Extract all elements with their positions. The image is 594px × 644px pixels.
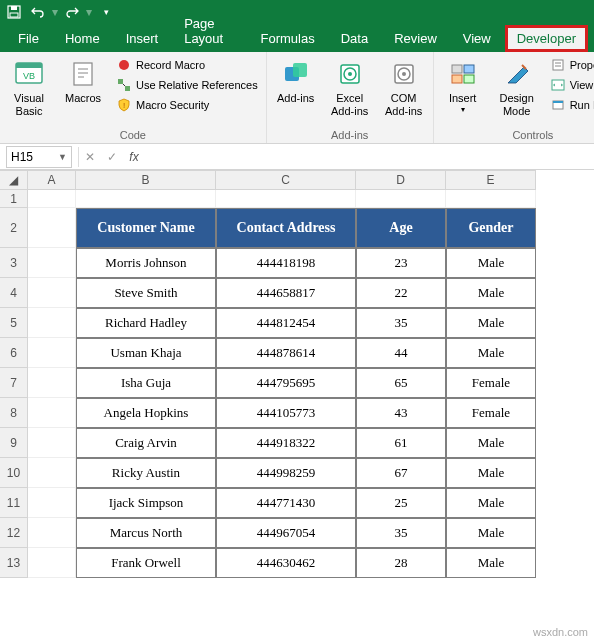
row-header[interactable]: 2 — [0, 208, 28, 248]
table-cell[interactable]: Female — [446, 368, 536, 398]
insert-control-button[interactable]: Insert▾ — [440, 56, 486, 117]
row-header[interactable]: 7 — [0, 368, 28, 398]
com-addins-button[interactable]: COM Add-ins — [381, 56, 427, 120]
table-cell[interactable]: Male — [446, 458, 536, 488]
table-cell[interactable]: Ricky Austin — [76, 458, 216, 488]
tab-home[interactable]: Home — [53, 25, 112, 52]
cell[interactable] — [28, 308, 76, 338]
table-cell[interactable]: Male — [446, 488, 536, 518]
table-cell[interactable]: 444418198 — [216, 248, 356, 278]
table-cell[interactable]: Craig Arvin — [76, 428, 216, 458]
tab-view[interactable]: View — [451, 25, 503, 52]
cell[interactable] — [28, 278, 76, 308]
table-cell[interactable]: 444630462 — [216, 548, 356, 578]
table-cell[interactable]: 444967054 — [216, 518, 356, 548]
tab-review[interactable]: Review — [382, 25, 449, 52]
table-header[interactable]: Contact Address — [216, 208, 356, 248]
cell[interactable] — [28, 518, 76, 548]
table-cell[interactable]: 444105773 — [216, 398, 356, 428]
table-cell[interactable]: 444771430 — [216, 488, 356, 518]
undo-button[interactable] — [28, 2, 48, 22]
table-cell[interactable]: Richard Hadley — [76, 308, 216, 338]
col-header[interactable]: B — [76, 170, 216, 190]
table-cell[interactable]: Angela Hopkins — [76, 398, 216, 428]
insert-function-button[interactable]: fx — [123, 146, 145, 168]
table-cell[interactable]: 65 — [356, 368, 446, 398]
table-cell[interactable]: Frank Orwell — [76, 548, 216, 578]
tab-file[interactable]: File — [6, 25, 51, 52]
table-cell[interactable]: 44 — [356, 338, 446, 368]
table-cell[interactable]: Male — [446, 278, 536, 308]
design-mode-button[interactable]: Design Mode — [494, 56, 540, 120]
table-header[interactable]: Age — [356, 208, 446, 248]
table-header[interactable]: Customer Name — [76, 208, 216, 248]
tab-insert[interactable]: Insert — [114, 25, 171, 52]
run-dialog-button[interactable]: Run Dialog — [548, 96, 594, 114]
table-cell[interactable]: 444918322 — [216, 428, 356, 458]
tab-developer[interactable]: Developer — [505, 25, 588, 52]
row-header[interactable]: 11 — [0, 488, 28, 518]
formula-input[interactable] — [145, 146, 594, 168]
table-cell[interactable]: 61 — [356, 428, 446, 458]
save-button[interactable] — [4, 2, 24, 22]
table-cell[interactable]: 43 — [356, 398, 446, 428]
col-header[interactable]: D — [356, 170, 446, 190]
visual-basic-button[interactable]: VB Visual Basic — [6, 56, 52, 120]
row-header[interactable]: 13 — [0, 548, 28, 578]
cancel-formula-button[interactable]: ✕ — [79, 146, 101, 168]
enter-formula-button[interactable]: ✓ — [101, 146, 123, 168]
row-header[interactable]: 8 — [0, 398, 28, 428]
table-cell[interactable]: 28 — [356, 548, 446, 578]
col-header[interactable]: E — [446, 170, 536, 190]
table-cell[interactable]: Male — [446, 548, 536, 578]
table-cell[interactable]: Morris Johnson — [76, 248, 216, 278]
table-cell[interactable]: Marcus North — [76, 518, 216, 548]
cell[interactable] — [28, 190, 76, 208]
table-cell[interactable]: 444812454 — [216, 308, 356, 338]
row-header[interactable]: 10 — [0, 458, 28, 488]
table-cell[interactable]: 35 — [356, 518, 446, 548]
redo-button[interactable] — [62, 2, 82, 22]
row-header[interactable]: 1 — [0, 190, 28, 208]
table-cell[interactable]: Male — [446, 518, 536, 548]
table-cell[interactable]: Male — [446, 428, 536, 458]
col-header[interactable]: A — [28, 170, 76, 190]
table-cell[interactable]: 25 — [356, 488, 446, 518]
cell[interactable] — [28, 548, 76, 578]
row-header[interactable]: 3 — [0, 248, 28, 278]
row-header[interactable]: 6 — [0, 338, 28, 368]
properties-button[interactable]: Properties — [548, 56, 594, 74]
worksheet-grid[interactable]: ◢ A B C D E 1 2 Customer Name Contact Ad… — [0, 170, 594, 578]
cell[interactable] — [28, 338, 76, 368]
table-cell[interactable]: 35 — [356, 308, 446, 338]
table-cell[interactable]: 444878614 — [216, 338, 356, 368]
col-header[interactable]: C — [216, 170, 356, 190]
table-cell[interactable]: Steve Smith — [76, 278, 216, 308]
table-cell[interactable]: Male — [446, 338, 536, 368]
table-cell[interactable]: Usman Khaja — [76, 338, 216, 368]
tab-formulas[interactable]: Formulas — [249, 25, 327, 52]
table-cell[interactable]: 22 — [356, 278, 446, 308]
name-box[interactable]: H15▼ — [6, 146, 72, 168]
record-macro-button[interactable]: Record Macro — [114, 56, 260, 74]
table-cell[interactable]: Male — [446, 308, 536, 338]
table-cell[interactable]: 23 — [356, 248, 446, 278]
excel-addins-button[interactable]: Excel Add-ins — [327, 56, 373, 120]
table-cell[interactable]: Isha Guja — [76, 368, 216, 398]
cell[interactable] — [356, 190, 446, 208]
cell[interactable] — [28, 398, 76, 428]
cell[interactable] — [76, 190, 216, 208]
addins-button[interactable]: Add-ins — [273, 56, 319, 107]
cell[interactable] — [28, 488, 76, 518]
table-cell[interactable]: 67 — [356, 458, 446, 488]
row-header[interactable]: 9 — [0, 428, 28, 458]
table-cell[interactable]: 444998259 — [216, 458, 356, 488]
cell[interactable] — [446, 190, 536, 208]
table-cell[interactable]: 444658817 — [216, 278, 356, 308]
cell[interactable] — [216, 190, 356, 208]
row-header[interactable]: 4 — [0, 278, 28, 308]
row-header[interactable]: 12 — [0, 518, 28, 548]
row-header[interactable]: 5 — [0, 308, 28, 338]
macros-button[interactable]: Macros — [60, 56, 106, 107]
use-relative-button[interactable]: Use Relative References — [114, 76, 260, 94]
